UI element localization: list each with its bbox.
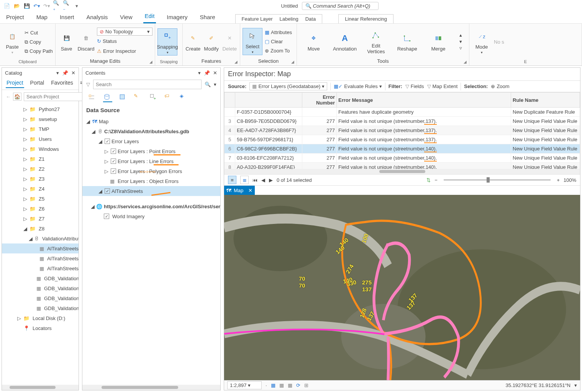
map-tab[interactable]: 🗺Map✕ [224, 186, 255, 195]
status-button[interactable]: ↻Status [97, 37, 152, 46]
ctx-data[interactable]: Data [305, 16, 316, 22]
tab-imagery[interactable]: Imagery [165, 12, 189, 23]
map-extent-button[interactable]: ▽Map Extent [427, 83, 458, 89]
tab-insert[interactable]: Insert [58, 12, 76, 23]
attributes-button[interactable]: ▦Attributes [265, 28, 292, 36]
select-button[interactable]: Select▾ [243, 28, 262, 55]
cut-button[interactable]: ✂Cut [25, 29, 53, 37]
tab-project[interactable]: Project [5, 12, 26, 23]
launcher-icon[interactable]: ◢ [291, 60, 294, 64]
save-project-icon[interactable]: 💾 [23, 2, 31, 10]
qat-customize-icon[interactable]: ▾ [73, 2, 80, 10]
close-icon[interactable]: ✕ [71, 70, 75, 76]
list-by-selection-icon[interactable] [118, 93, 128, 102]
error-row[interactable]: 6C6-98C2-9F696BCBBF2B}277Field value is … [225, 144, 580, 154]
catalog-item[interactable]: ▷📁Z3 [2, 174, 79, 184]
reshape-tool[interactable]: Reshape [397, 31, 417, 52]
modify-button[interactable]: ✐Modify [203, 31, 220, 52]
catalog-item[interactable]: ▦GDB_ValidationRules [2, 303, 79, 313]
topology-dropdown[interactable]: ⊘No Topology▾ [97, 28, 152, 36]
create-button[interactable]: ✎Create [185, 31, 201, 52]
launcher-icon[interactable]: ◢ [464, 60, 467, 64]
col-rule-name[interactable]: Rule Name [511, 93, 580, 108]
launcher-icon[interactable]: ◢ [149, 60, 152, 64]
evaluate-rules-button[interactable]: ▦✓Evaluate Rules▾ [334, 83, 382, 89]
catalog-item[interactable]: ▦AlTirahStreets [2, 253, 79, 263]
status-icon[interactable]: ⊞ [304, 382, 308, 388]
zoom-in-icon[interactable]: + [557, 177, 560, 183]
error-table[interactable]: Error Number Error Message Rule Name F-0… [224, 92, 580, 169]
edit-vertices-tool[interactable]: Edit Vertices [366, 28, 386, 54]
merge-tool[interactable]: Merge [428, 31, 448, 52]
subtab-project[interactable]: Project [6, 78, 24, 88]
close-icon[interactable]: ✕ [213, 70, 217, 76]
view-rows-icon[interactable]: ≡ [228, 176, 236, 184]
map-view[interactable]: 7070140140100274140330275137137137128137 [224, 195, 580, 380]
contents-world-imagery[interactable]: ✓World Imagery [82, 211, 220, 221]
list-by-snapping-icon[interactable]: + [149, 93, 158, 102]
list-by-source-icon[interactable] [103, 93, 112, 102]
status-icon[interactable]: ▦ [288, 382, 292, 388]
catalog-item[interactable]: ▷📁Local Disk (D:) [2, 313, 79, 323]
error-row[interactable]: 3C8-B959-7E05DDBD0679}277Field value is … [225, 117, 580, 126]
contents-gdb[interactable]: ◢🛢C:\Z8\ValidationAttributesRules.gdb [82, 126, 220, 136]
catalog-item[interactable]: ▷📁Windows [2, 144, 79, 154]
contents-error-layers[interactable]: ◢✓Error Layers [82, 136, 220, 146]
catalog-item[interactable]: ▷📁Z5 [2, 194, 79, 204]
close-icon[interactable]: ✕ [248, 188, 252, 193]
discard-edits-button[interactable]: 🗑Discard [77, 31, 95, 52]
catalog-item[interactable]: ▦AlTirahStreets [2, 243, 79, 253]
col-error-number[interactable]: Error Number [302, 93, 337, 108]
delete-button[interactable]: ✕Delete [221, 31, 238, 52]
catalog-item[interactable]: ▷📁TMP [2, 124, 79, 134]
first-icon[interactable]: ⏮ [252, 177, 257, 183]
sort-icon[interactable]: ⇅ [426, 177, 431, 183]
pin-icon[interactable]: 📌 [204, 70, 210, 76]
zoom-to-button[interactable]: ⊕Zoom To [265, 46, 292, 55]
catalog-item[interactable]: ▷📁Z6 [2, 204, 79, 214]
error-row[interactable]: 559-B756-597DF2968171}277Field value is … [225, 135, 580, 144]
pin-icon[interactable]: 📌 [62, 70, 68, 76]
subtab-portal[interactable]: Portal [30, 78, 45, 88]
tab-map[interactable]: Map [35, 12, 49, 23]
contents-service[interactable]: ◢🌐https://services.arcgisonline.com/ArcG… [82, 201, 220, 211]
tab-share[interactable]: Share [198, 12, 217, 23]
options-icon[interactable]: ▾ [198, 70, 201, 76]
error-inspector-button[interactable]: ⚠Error Inspector [97, 47, 152, 56]
undo-icon[interactable]: ↶▾ [33, 2, 41, 10]
launcher-icon[interactable]: ◢ [234, 60, 238, 64]
contents-object-errors[interactable]: ▦Error Layers : Object Errors [82, 176, 220, 186]
filter-icon[interactable]: ▽ [86, 82, 90, 87]
tab-view[interactable]: View [118, 12, 134, 23]
catalog-item[interactable]: ▷📁Z2 [2, 164, 79, 174]
tab-edit[interactable]: Edit [143, 11, 156, 23]
catalog-item[interactable]: ▷📁Z4 [2, 184, 79, 194]
back-icon[interactable]: ← [6, 94, 11, 100]
ctx-feature-layer[interactable]: Feature Layer [242, 16, 273, 22]
zoom-out-icon[interactable]: − [434, 177, 438, 183]
source-dropdown[interactable]: ▦Error Layers (Geodatabase)▾ [249, 82, 327, 90]
status-icon[interactable]: ▦ [271, 382, 275, 388]
scale-input[interactable]: 1:2,897 ▾ [227, 381, 262, 389]
zoom-out-icon[interactable]: 🔍₋ [63, 2, 70, 10]
copy-path-button[interactable]: ⧉Copy Path [25, 47, 53, 56]
error-row[interactable]: 4EE-A4D7-A728FA3B86F7}277Field value is … [225, 126, 580, 135]
clear-selection-button[interactable]: ▢Clear [265, 37, 292, 46]
catalog-item[interactable]: ▦GDB_ValidationRules [2, 273, 79, 283]
contents-polygon-errors[interactable]: ▷✓Error Layers : Polygon Errors [82, 166, 220, 176]
ctx-labeling[interactable]: Labeling [280, 16, 298, 22]
zoom-in-icon[interactable]: 🔍₊ [53, 2, 61, 10]
save-edits-button[interactable]: 💾Save [58, 31, 75, 52]
catalog-item[interactable]: ◢📁Z8 [2, 224, 79, 234]
mode-button[interactable]: ⟋zMode▾ [472, 29, 492, 54]
prev-icon[interactable]: ◀ [261, 177, 265, 183]
snapping-button[interactable]: + Snapping▾ [157, 28, 177, 56]
paste-button[interactable]: 📋 Paste ▾ [2, 29, 22, 54]
contents-line-errors[interactable]: ▷✓Error Layers : Line Errors [82, 156, 220, 166]
view-cards-icon[interactable]: ≣ [240, 176, 249, 184]
catalog-item[interactable]: ▷📁Z1 [2, 154, 79, 164]
ctx-linear-ref[interactable]: Linear Referencing [345, 16, 387, 22]
command-search[interactable]: 🔍 Command Search (Alt+Q) [302, 2, 379, 10]
error-row[interactable]: 703-8106-EFC208FA7212}277Field value is … [225, 154, 580, 163]
error-row[interactable]: 8A0-A320-B299F0F14FAE}277Field value is … [225, 163, 580, 169]
